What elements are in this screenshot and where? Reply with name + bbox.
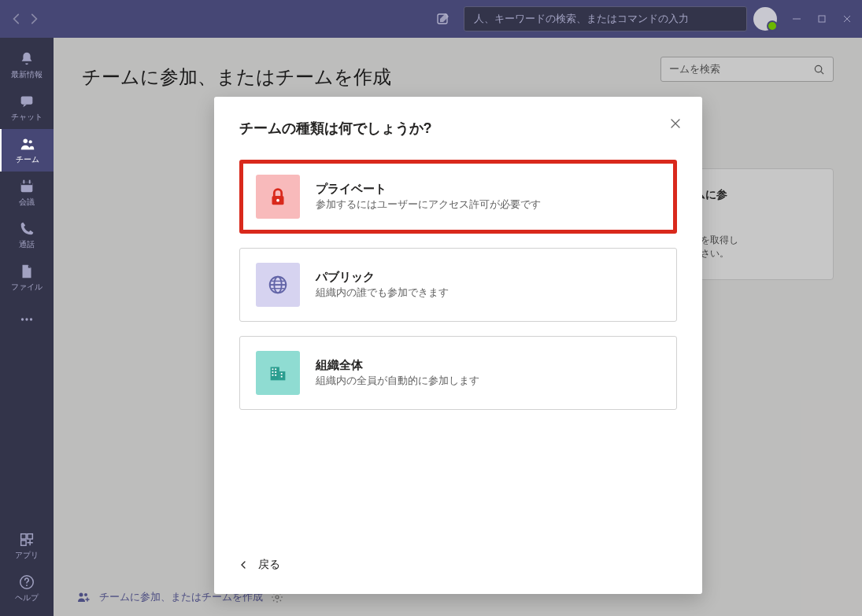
sidebar-item-phone[interactable]: 通話 bbox=[0, 214, 54, 256]
title-bar: 人、キーワードの検索、またはコマンドの入力 bbox=[0, 0, 862, 38]
svg-rect-14 bbox=[28, 534, 32, 539]
sidebar-item-label: ファイル bbox=[11, 282, 43, 293]
nav-back-button[interactable] bbox=[9, 12, 24, 26]
sidebar-item-apps[interactable]: アプリ bbox=[0, 525, 54, 567]
sidebar-item-calendar[interactable]: 会議 bbox=[0, 172, 54, 214]
org-icon bbox=[256, 351, 300, 395]
svg-point-4 bbox=[24, 139, 28, 144]
file-icon bbox=[18, 263, 35, 280]
svg-rect-38 bbox=[280, 373, 282, 374]
global-search-input[interactable]: 人、キーワードの検索、またはコマンドの入力 bbox=[464, 6, 747, 31]
svg-rect-3 bbox=[21, 97, 33, 105]
sidebar-item-label: 通話 bbox=[19, 239, 35, 250]
svg-point-12 bbox=[30, 318, 32, 320]
chevron-left-icon bbox=[239, 561, 247, 569]
team-type-option-private[interactable]: プライベート参加するにはユーザーにアクセス許可が必要です bbox=[239, 160, 677, 234]
sidebar-item-label: チャット bbox=[11, 112, 43, 123]
team-icon bbox=[19, 135, 36, 153]
svg-point-10 bbox=[21, 318, 24, 320]
apps-icon bbox=[18, 531, 35, 548]
svg-point-5 bbox=[29, 140, 32, 143]
svg-point-17 bbox=[26, 585, 28, 586]
sidebar-item-label: ヘルプ bbox=[15, 592, 39, 603]
svg-rect-32 bbox=[272, 368, 273, 370]
sidebar-item-chat[interactable]: チャット bbox=[0, 87, 54, 129]
option-description: 組織内の誰でも参加できます bbox=[316, 286, 449, 300]
svg-rect-7 bbox=[21, 183, 33, 186]
chat-icon bbox=[18, 93, 35, 110]
app-rail: 最新情報チャットチーム会議通話ファイル アプリヘルプ bbox=[0, 38, 54, 616]
window-close-button[interactable] bbox=[842, 13, 853, 24]
dialog-close-button[interactable] bbox=[669, 117, 682, 130]
sidebar-item-bell[interactable]: 最新情報 bbox=[0, 44, 54, 87]
public-icon bbox=[256, 263, 300, 307]
window-maximize-button[interactable] bbox=[816, 13, 827, 24]
option-description: 組織内の全員が自動的に参加します bbox=[316, 374, 479, 388]
sidebar-item-label: チーム bbox=[16, 154, 39, 165]
dialog-back-button[interactable]: 戻る bbox=[239, 558, 677, 572]
private-icon bbox=[256, 175, 300, 219]
option-title: パブリック bbox=[316, 270, 449, 285]
compose-icon[interactable] bbox=[435, 11, 451, 27]
nav-forward-button[interactable] bbox=[27, 12, 41, 26]
svg-rect-36 bbox=[272, 374, 273, 376]
svg-point-24 bbox=[276, 199, 279, 202]
option-description: 参加するにはユーザーにアクセス許可が必要です bbox=[316, 198, 541, 212]
sidebar-item-label: アプリ bbox=[15, 550, 39, 561]
sidebar-item-label: 会議 bbox=[19, 197, 35, 208]
content-area: チームに参加、またはチームを作成 ームを検索 チームに参 コードを取得し てくだ… bbox=[54, 38, 862, 616]
svg-rect-39 bbox=[280, 376, 282, 378]
team-type-dialog: チームの種類は何でしょうか? プライベート参加するにはユーザーにアクセス許可が必… bbox=[214, 97, 702, 594]
svg-rect-37 bbox=[275, 374, 276, 376]
help-icon bbox=[18, 574, 35, 591]
svg-rect-15 bbox=[21, 540, 26, 545]
sidebar-item-label: 最新情報 bbox=[11, 69, 43, 80]
dialog-back-label: 戻る bbox=[258, 558, 280, 572]
option-title: プライベート bbox=[316, 182, 541, 197]
svg-rect-33 bbox=[275, 368, 276, 370]
window-minimize-button[interactable] bbox=[791, 13, 802, 24]
svg-rect-35 bbox=[275, 371, 276, 373]
option-title: 組織全体 bbox=[316, 358, 479, 373]
calendar-icon bbox=[18, 178, 35, 195]
svg-rect-2 bbox=[819, 16, 825, 22]
team-type-option-org[interactable]: 組織全体組織内の全員が自動的に参加します bbox=[239, 336, 677, 410]
user-avatar[interactable] bbox=[753, 7, 777, 31]
sidebar-item-more[interactable] bbox=[0, 299, 54, 341]
modal-overlay: チームの種類は何でしょうか? プライベート参加するにはユーザーにアクセス許可が必… bbox=[54, 38, 862, 616]
svg-point-11 bbox=[25, 318, 28, 320]
svg-rect-13 bbox=[21, 534, 26, 539]
phone-icon bbox=[18, 220, 35, 238]
sidebar-item-help[interactable]: ヘルプ bbox=[0, 567, 54, 610]
team-type-option-public[interactable]: パブリック組織内の誰でも参加できます bbox=[239, 248, 677, 322]
sidebar-item-file[interactable]: ファイル bbox=[0, 256, 54, 299]
dialog-title: チームの種類は何でしょうか? bbox=[239, 119, 677, 138]
bell-icon bbox=[18, 50, 35, 68]
search-placeholder-text: 人、キーワードの検索、またはコマンドの入力 bbox=[474, 12, 689, 26]
sidebar-item-team[interactable]: チーム bbox=[0, 129, 54, 172]
more-icon bbox=[18, 311, 35, 328]
svg-rect-34 bbox=[272, 371, 273, 373]
